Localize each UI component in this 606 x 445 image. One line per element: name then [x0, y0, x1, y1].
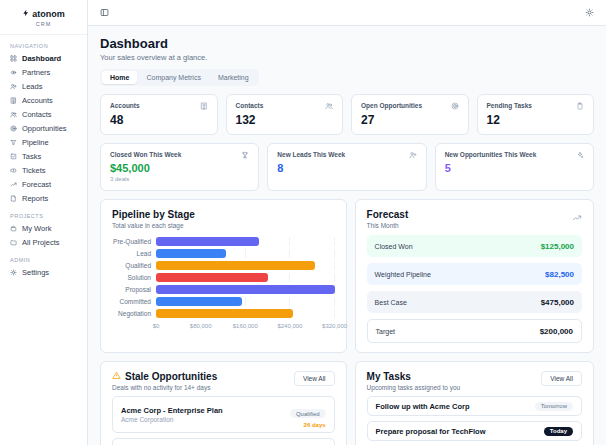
sidebar-item-all-projects[interactable]: All Projects	[0, 235, 87, 249]
building-icon	[200, 102, 208, 110]
pipeline-panel: Pipeline by Stage Total value in each st…	[100, 199, 347, 353]
kpi-value: 132	[236, 113, 334, 127]
chart-bar-row: Pre-Qualified	[112, 237, 335, 246]
tasks-view-all-button[interactable]: View All	[541, 371, 582, 386]
sidebar-item-my-work[interactable]: My Work	[0, 221, 87, 235]
chart-track	[156, 261, 335, 270]
stale-opportunities-panel: Stale Opportunities Deals with no activi…	[100, 361, 347, 445]
kpi-row: Accounts48Contacts132Open Opportunities2…	[100, 94, 594, 135]
sidebar-item-partners[interactable]: Partners	[0, 65, 87, 79]
kpi-card-open-opportunities: Open Opportunities27	[351, 94, 469, 135]
forecast-panel-title: Forecast	[367, 209, 409, 220]
dashboard-content: Dashboard Your sales overview at a glanc…	[88, 26, 606, 445]
sun-icon	[585, 8, 594, 17]
sidebar-item-pipeline[interactable]: Pipeline	[0, 135, 87, 149]
page-subtitle: Your sales overview at a glance.	[100, 53, 594, 62]
sidebar-item-label: My Work	[22, 224, 51, 233]
sidebar-item-label: Tickets	[22, 166, 45, 175]
forecast-row-value: $125,000	[541, 242, 574, 251]
highlight-label: New Opportunities This Week	[445, 151, 537, 158]
forecast-row-weighted-pipeline: Weighted Pipeline$82,500	[367, 263, 582, 285]
trophy-icon	[241, 151, 249, 159]
forecast-panel: Forecast This Month Closed Won$125,000We…	[355, 199, 594, 353]
due-badge: Today	[544, 427, 573, 436]
chart-bar	[156, 285, 335, 294]
sidebar-item-label: Accounts	[22, 96, 53, 105]
chart-bar	[156, 249, 226, 258]
tasks-panel-subtitle: Upcoming tasks assigned to you	[367, 384, 461, 391]
forecast-row-value: $82,500	[545, 270, 574, 279]
sidebar: atonom CRM NavigationDashboardPartnersLe…	[0, 0, 88, 445]
sidebar-item-reports[interactable]: Reports	[0, 191, 87, 205]
sidebar-item-forecast[interactable]: Forecast	[0, 177, 87, 191]
stale-opportunity-item[interactable]: Acme Corp - Enterprise PlanAcme Corporat…	[112, 396, 335, 433]
chart-bar-row: Committed	[112, 297, 335, 306]
briefcase-icon	[10, 225, 17, 232]
opportunity-company: Acme Corporation	[121, 416, 223, 423]
tasks-panel-title: My Tasks	[367, 371, 461, 382]
sidebar-item-label: All Projects	[22, 238, 60, 247]
chart-category-label: Negotiation	[112, 310, 156, 317]
sidebar-item-opportunities[interactable]: Opportunities	[0, 121, 87, 135]
stale-panel-title: Stale Opportunities	[125, 371, 217, 382]
logo-subtext: CRM	[4, 21, 83, 27]
sparkles-icon	[576, 151, 584, 159]
forecast-rows: Closed Won$125,000Weighted Pipeline$82,5…	[367, 235, 582, 343]
sidebar-item-tickets[interactable]: Tickets	[0, 163, 87, 177]
kpi-label: Accounts	[110, 102, 140, 109]
handshake-icon	[10, 69, 17, 76]
chart-x-tick: $320,000	[322, 323, 347, 329]
highlight-card-new-opportunities-this-week: New Opportunities This Week5	[435, 143, 594, 191]
file-icon	[10, 195, 17, 202]
chart-category-label: Qualified	[112, 262, 156, 269]
forecast-row-label: Closed Won	[375, 243, 413, 250]
stale-items-list: Acme Corp - Enterprise PlanAcme Corporat…	[112, 396, 335, 445]
check-square-icon	[10, 153, 17, 160]
tab-marketing[interactable]: Marketing	[210, 71, 257, 84]
tab-company-metrics[interactable]: Company Metrics	[138, 71, 208, 84]
sidebar-item-contacts[interactable]: Contacts	[0, 107, 87, 121]
chart-track	[156, 273, 335, 282]
sidebar-section-label: Admin	[10, 257, 77, 263]
forecast-row-value: $200,000	[540, 327, 573, 336]
sidebar-item-leads[interactable]: Leads	[0, 79, 87, 93]
folder-icon	[10, 239, 17, 246]
highlight-subtext	[277, 176, 416, 183]
task-item[interactable]: Prepare proposal for TechFlowToday	[367, 421, 582, 441]
sidebar-item-dashboard[interactable]: Dashboard	[0, 51, 87, 65]
chart-bar	[156, 237, 259, 246]
forecast-row-label: Target	[376, 328, 395, 335]
kpi-card-accounts: Accounts48	[100, 94, 218, 135]
kpi-label: Pending Tasks	[487, 102, 532, 109]
lists-row: Stale Opportunities Deals with no activi…	[100, 361, 594, 445]
trend-up-icon	[10, 181, 17, 188]
sidebar-item-tasks[interactable]: Tasks	[0, 149, 87, 163]
highlight-card-closed-won-this-week: Closed Won This Week$45,0003 deals	[100, 143, 259, 191]
kpi-value: 48	[110, 113, 208, 127]
highlight-card-new-leads-this-week: New Leads This Week8	[267, 143, 426, 191]
sidebar-item-accounts[interactable]: Accounts	[0, 93, 87, 107]
kpi-value: 12	[487, 113, 585, 127]
task-item[interactable]: Follow up with Acme CorpTomorrow	[367, 396, 582, 416]
sidebar-item-label: Dashboard	[22, 54, 61, 63]
chart-bar-row: Negotiation	[112, 309, 335, 318]
opportunity-title: Acme Corp - Enterprise Plan	[121, 406, 223, 415]
page-title: Dashboard	[100, 36, 594, 51]
stale-view-all-button[interactable]: View All	[294, 371, 335, 386]
stale-opportunity-item[interactable]: TechFlow - Platform LicenseTechFlow Solu…	[112, 438, 335, 445]
sidebar-item-label: Partners	[22, 68, 50, 77]
sidebar-item-label: Pipeline	[22, 138, 49, 147]
sidebar-section-label: Navigation	[10, 43, 77, 49]
chart-category-label: Pre-Qualified	[112, 238, 156, 245]
chart-category-label: Lead	[112, 250, 156, 257]
task-items-list: Follow up with Acme CorpTomorrowPrepare …	[367, 396, 582, 445]
kpi-value: 27	[361, 113, 459, 127]
sidebar-toggle-button[interactable]	[98, 6, 111, 19]
sidebar-item-settings[interactable]: Settings	[0, 265, 87, 279]
forecast-row-value: $475,000	[541, 298, 574, 307]
user-plus-icon	[409, 151, 417, 159]
tab-home[interactable]: Home	[102, 71, 137, 84]
forecast-panel-subtitle: This Month	[367, 222, 409, 229]
chart-track	[156, 309, 335, 318]
theme-toggle-button[interactable]	[583, 6, 596, 19]
